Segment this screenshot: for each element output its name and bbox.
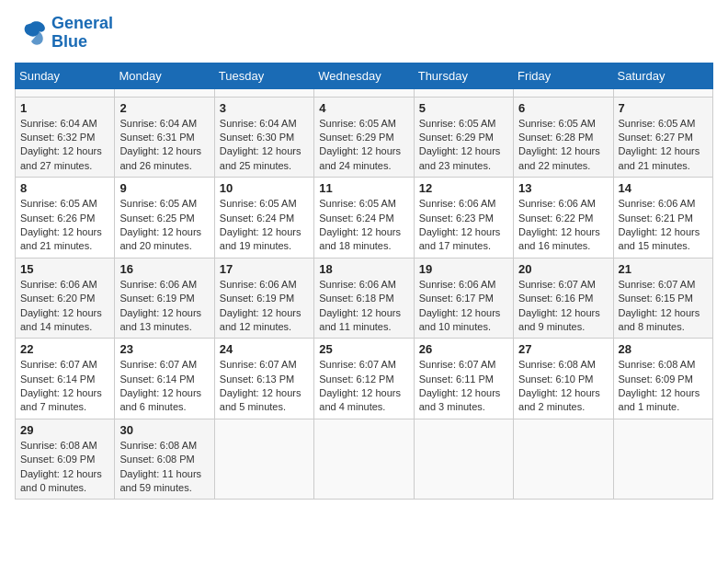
day-info: Sunrise: 6:07 AM Sunset: 6:12 PM Dayligh… <box>319 358 408 415</box>
day-info: Sunrise: 6:06 AM Sunset: 6:17 PM Dayligh… <box>419 278 508 335</box>
calendar-cell: 16Sunrise: 6:06 AM Sunset: 6:19 PM Dayli… <box>115 258 214 339</box>
calendar-cell: 20Sunrise: 6:07 AM Sunset: 6:16 PM Dayli… <box>514 258 613 339</box>
calendar-cell <box>214 419 313 500</box>
day-number: 29 <box>20 423 109 437</box>
day-info: Sunrise: 6:05 AM Sunset: 6:25 PM Dayligh… <box>119 197 209 254</box>
day-number: 27 <box>518 342 608 356</box>
day-number: 15 <box>20 262 109 276</box>
day-number: 30 <box>119 423 209 437</box>
calendar-cell: 29Sunrise: 6:08 AM Sunset: 6:09 PM Dayli… <box>16 419 115 500</box>
day-info: Sunrise: 6:06 AM Sunset: 6:20 PM Dayligh… <box>20 278 109 335</box>
calendar-cell <box>514 88 613 97</box>
day-info: Sunrise: 6:06 AM Sunset: 6:23 PM Dayligh… <box>419 197 508 254</box>
day-info: Sunrise: 6:04 AM Sunset: 6:32 PM Dayligh… <box>20 117 109 174</box>
calendar-cell: 18Sunrise: 6:06 AM Sunset: 6:18 PM Dayli… <box>314 258 414 339</box>
day-info: Sunrise: 6:06 AM Sunset: 6:19 PM Dayligh… <box>119 278 209 335</box>
calendar-week-row: 1Sunrise: 6:04 AM Sunset: 6:32 PM Daylig… <box>16 97 713 178</box>
calendar-cell <box>214 88 313 97</box>
calendar-cell: 2Sunrise: 6:04 AM Sunset: 6:31 PM Daylig… <box>115 97 214 178</box>
calendar-cell <box>16 88 115 97</box>
weekday-header-saturday: Saturday <box>613 63 712 88</box>
day-info: Sunrise: 6:06 AM Sunset: 6:22 PM Dayligh… <box>518 197 608 254</box>
day-number: 4 <box>319 101 408 115</box>
day-info: Sunrise: 6:06 AM Sunset: 6:19 PM Dayligh… <box>220 278 309 335</box>
day-number: 22 <box>20 342 109 356</box>
calendar-cell: 4Sunrise: 6:05 AM Sunset: 6:29 PM Daylig… <box>314 97 414 178</box>
day-info: Sunrise: 6:05 AM Sunset: 6:29 PM Dayligh… <box>319 117 408 174</box>
logo: General Blue <box>15 15 113 52</box>
calendar-cell: 13Sunrise: 6:06 AM Sunset: 6:22 PM Dayli… <box>514 178 613 259</box>
logo-text: General Blue <box>51 15 113 52</box>
day-info: Sunrise: 6:07 AM Sunset: 6:14 PM Dayligh… <box>119 358 209 415</box>
weekday-header-sunday: Sunday <box>16 63 115 88</box>
day-number: 23 <box>119 342 209 356</box>
day-info: Sunrise: 6:08 AM Sunset: 6:08 PM Dayligh… <box>119 439 209 496</box>
weekday-header-monday: Monday <box>115 63 214 88</box>
day-number: 10 <box>220 181 309 195</box>
day-number: 28 <box>619 342 708 356</box>
day-number: 6 <box>518 101 608 115</box>
day-number: 8 <box>20 181 109 195</box>
calendar-cell: 8Sunrise: 6:05 AM Sunset: 6:26 PM Daylig… <box>16 178 115 259</box>
weekday-header-friday: Friday <box>514 63 613 88</box>
calendar-cell: 12Sunrise: 6:06 AM Sunset: 6:23 PM Dayli… <box>414 178 513 259</box>
day-info: Sunrise: 6:07 AM Sunset: 6:13 PM Dayligh… <box>220 358 309 415</box>
day-number: 25 <box>319 342 408 356</box>
day-info: Sunrise: 6:08 AM Sunset: 6:09 PM Dayligh… <box>20 439 109 496</box>
day-info: Sunrise: 6:07 AM Sunset: 6:15 PM Dayligh… <box>619 278 708 335</box>
day-number: 13 <box>518 181 608 195</box>
day-info: Sunrise: 6:05 AM Sunset: 6:28 PM Dayligh… <box>518 117 608 174</box>
calendar-cell <box>414 88 513 97</box>
calendar-cell: 17Sunrise: 6:06 AM Sunset: 6:19 PM Dayli… <box>214 258 313 339</box>
calendar-week-row: 15Sunrise: 6:06 AM Sunset: 6:20 PM Dayli… <box>16 258 713 339</box>
weekday-header-tuesday: Tuesday <box>214 63 313 88</box>
day-number: 17 <box>220 262 309 276</box>
calendar-cell: 27Sunrise: 6:08 AM Sunset: 6:10 PM Dayli… <box>514 339 613 419</box>
calendar-cell: 24Sunrise: 6:07 AM Sunset: 6:13 PM Dayli… <box>214 339 313 419</box>
day-info: Sunrise: 6:07 AM Sunset: 6:16 PM Dayligh… <box>518 278 608 335</box>
calendar-cell: 26Sunrise: 6:07 AM Sunset: 6:11 PM Dayli… <box>414 339 513 419</box>
calendar-week-row: 8Sunrise: 6:05 AM Sunset: 6:26 PM Daylig… <box>16 178 713 259</box>
day-number: 14 <box>619 181 708 195</box>
calendar-cell <box>613 419 712 500</box>
day-info: Sunrise: 6:06 AM Sunset: 6:18 PM Dayligh… <box>319 278 408 335</box>
day-info: Sunrise: 6:07 AM Sunset: 6:11 PM Dayligh… <box>419 358 508 415</box>
day-info: Sunrise: 6:05 AM Sunset: 6:24 PM Dayligh… <box>319 197 408 254</box>
day-info: Sunrise: 6:06 AM Sunset: 6:21 PM Dayligh… <box>619 197 708 254</box>
calendar-cell <box>414 419 513 500</box>
day-number: 11 <box>319 181 408 195</box>
calendar-cell: 30Sunrise: 6:08 AM Sunset: 6:08 PM Dayli… <box>115 419 214 500</box>
weekday-header-thursday: Thursday <box>414 63 513 88</box>
day-number: 18 <box>319 262 408 276</box>
day-number: 21 <box>619 262 708 276</box>
calendar-cell <box>314 88 414 97</box>
day-number: 2 <box>119 101 209 115</box>
calendar-cell <box>613 88 712 97</box>
day-number: 5 <box>419 101 508 115</box>
calendar-table: SundayMondayTuesdayWednesdayThursdayFrid… <box>15 63 713 500</box>
day-info: Sunrise: 6:04 AM Sunset: 6:31 PM Dayligh… <box>119 117 209 174</box>
day-info: Sunrise: 6:07 AM Sunset: 6:14 PM Dayligh… <box>20 358 109 415</box>
day-number: 1 <box>20 101 109 115</box>
logo-icon <box>15 17 48 50</box>
day-info: Sunrise: 6:05 AM Sunset: 6:24 PM Dayligh… <box>220 197 309 254</box>
calendar-week-row: 29Sunrise: 6:08 AM Sunset: 6:09 PM Dayli… <box>16 419 713 500</box>
calendar-cell <box>314 419 414 500</box>
calendar-cell: 11Sunrise: 6:05 AM Sunset: 6:24 PM Dayli… <box>314 178 414 259</box>
day-number: 3 <box>220 101 309 115</box>
calendar-cell: 6Sunrise: 6:05 AM Sunset: 6:28 PM Daylig… <box>514 97 613 178</box>
calendar-cell <box>115 88 214 97</box>
day-info: Sunrise: 6:04 AM Sunset: 6:30 PM Dayligh… <box>220 117 309 174</box>
calendar-cell: 22Sunrise: 6:07 AM Sunset: 6:14 PM Dayli… <box>16 339 115 419</box>
calendar-cell: 28Sunrise: 6:08 AM Sunset: 6:09 PM Dayli… <box>613 339 712 419</box>
day-number: 19 <box>419 262 508 276</box>
calendar-cell: 15Sunrise: 6:06 AM Sunset: 6:20 PM Dayli… <box>16 258 115 339</box>
calendar-cell: 23Sunrise: 6:07 AM Sunset: 6:14 PM Dayli… <box>115 339 214 419</box>
day-info: Sunrise: 6:08 AM Sunset: 6:10 PM Dayligh… <box>518 358 608 415</box>
calendar-header-row: SundayMondayTuesdayWednesdayThursdayFrid… <box>16 63 713 88</box>
day-info: Sunrise: 6:08 AM Sunset: 6:09 PM Dayligh… <box>619 358 708 415</box>
calendar-cell: 21Sunrise: 6:07 AM Sunset: 6:15 PM Dayli… <box>613 258 712 339</box>
calendar-cell: 3Sunrise: 6:04 AM Sunset: 6:30 PM Daylig… <box>214 97 313 178</box>
day-number: 26 <box>419 342 508 356</box>
calendar-cell <box>514 419 613 500</box>
